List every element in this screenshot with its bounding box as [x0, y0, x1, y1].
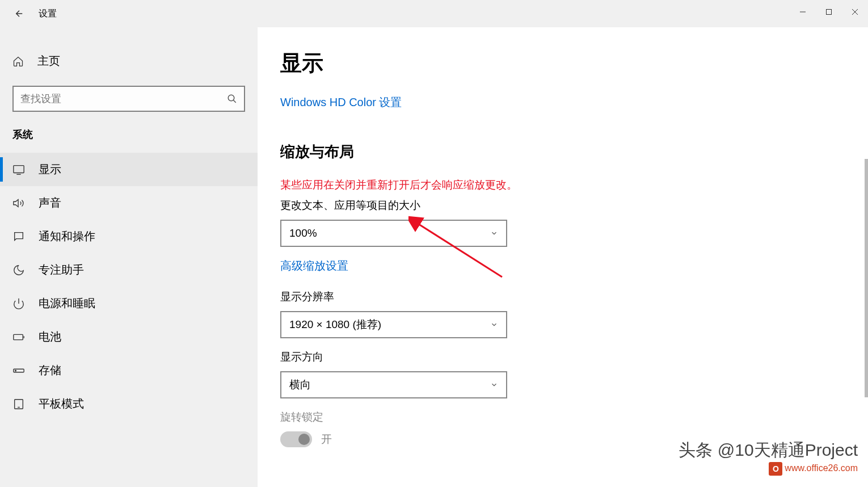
window-title: 设置 [39, 8, 57, 20]
search-input[interactable] [20, 93, 227, 105]
nav-list: 显示 声音 通知和操作 专注助手 电源和睡眠 电池 存储 平板模式 [0, 153, 258, 421]
nav-item-power[interactable]: 电源和睡眠 [0, 287, 258, 320]
nav-item-notifications[interactable]: 通知和操作 [0, 220, 258, 253]
nav-item-display[interactable]: 显示 [0, 153, 258, 186]
watermark-badge: O [769, 462, 782, 476]
svg-line-5 [233, 100, 236, 103]
svg-rect-1 [827, 10, 832, 15]
orientation-label: 显示方向 [280, 350, 845, 364]
watermark: 头条 @10天精通Project Owww.office26.com [679, 439, 858, 476]
scale-value: 100% [289, 227, 317, 240]
rotation-lock-toggle[interactable] [280, 431, 312, 447]
resolution-value: 1920 × 1080 (推荐) [289, 317, 381, 332]
power-icon [12, 297, 25, 310]
home-icon [12, 56, 24, 67]
scale-section-heading: 缩放与布局 [280, 142, 845, 162]
hd-color-link[interactable]: Windows HD Color 设置 [280, 95, 402, 110]
watermark-url: www.office26.com [785, 463, 858, 473]
close-button[interactable] [842, 0, 868, 24]
chevron-down-icon [490, 321, 498, 329]
maximize-icon [825, 9, 832, 15]
home-button[interactable]: 主页 [0, 47, 258, 75]
home-label: 主页 [37, 53, 60, 69]
titlebar: 设置 [0, 0, 868, 27]
watermark-line1: 头条 @10天精通Project [679, 439, 858, 462]
window-controls [790, 0, 868, 24]
nav-item-label: 电源和睡眠 [39, 296, 95, 311]
close-icon [852, 9, 858, 15]
back-arrow-icon [14, 9, 24, 19]
nav-item-label: 显示 [39, 162, 61, 177]
notifications-icon [12, 230, 25, 243]
nav-item-battery[interactable]: 电池 [0, 320, 258, 354]
content-area: 显示 Windows HD Color 设置 缩放与布局 某些应用在关闭并重新打… [258, 27, 868, 487]
svg-rect-6 [14, 165, 24, 173]
minimize-button[interactable] [790, 0, 816, 24]
display-icon [12, 163, 25, 176]
sidebar: 主页 系统 显示 声音 通知和操作 专注助手 电源和睡眠 电池 [0, 27, 258, 487]
scale-dropdown[interactable]: 100% [280, 220, 507, 247]
nav-item-sound[interactable]: 声音 [0, 186, 258, 220]
orientation-dropdown[interactable]: 横向 [280, 371, 507, 398]
focus-icon [12, 264, 25, 276]
chevron-down-icon [490, 229, 498, 237]
tablet-icon [12, 398, 25, 410]
nav-item-storage[interactable]: 存储 [0, 354, 258, 387]
sound-icon [12, 197, 25, 209]
advanced-scaling-link[interactable]: 高级缩放设置 [280, 258, 348, 274]
nav-item-label: 存储 [39, 363, 61, 378]
back-button[interactable] [10, 5, 28, 23]
scrollbar[interactable] [865, 159, 868, 397]
scale-label: 更改文本、应用等项目的大小 [280, 198, 845, 213]
sidebar-section-label: 系统 [12, 128, 245, 141]
nav-item-label: 平板模式 [39, 396, 84, 412]
nav-item-label: 电池 [39, 329, 61, 345]
nav-item-focus[interactable]: 专注助手 [0, 253, 258, 287]
svg-rect-8 [14, 334, 23, 339]
nav-item-label: 声音 [39, 195, 61, 211]
maximize-button[interactable] [816, 0, 842, 24]
scale-warning: 某些应用在关闭并重新打开后才会响应缩放更改。 [280, 178, 845, 192]
search-box[interactable] [12, 86, 245, 112]
svg-point-4 [228, 95, 234, 101]
page-title: 显示 [280, 49, 845, 78]
svg-point-11 [15, 370, 16, 371]
nav-item-tablet[interactable]: 平板模式 [0, 387, 258, 421]
resolution-dropdown[interactable]: 1920 × 1080 (推荐) [280, 311, 507, 338]
storage-icon [12, 364, 25, 377]
rotation-lock-label: 旋转锁定 [280, 410, 845, 425]
minimize-icon [799, 9, 806, 15]
toggle-knob [298, 434, 310, 445]
battery-icon [12, 331, 25, 343]
rotation-lock-state: 开 [321, 432, 332, 447]
nav-item-label: 通知和操作 [39, 229, 95, 244]
nav-item-label: 专注助手 [39, 262, 84, 278]
watermark-line2-row: Owww.office26.com [679, 462, 858, 476]
search-icon [227, 94, 237, 104]
orientation-value: 横向 [289, 377, 311, 392]
chevron-down-icon [490, 381, 498, 389]
resolution-label: 显示分辨率 [280, 289, 845, 304]
